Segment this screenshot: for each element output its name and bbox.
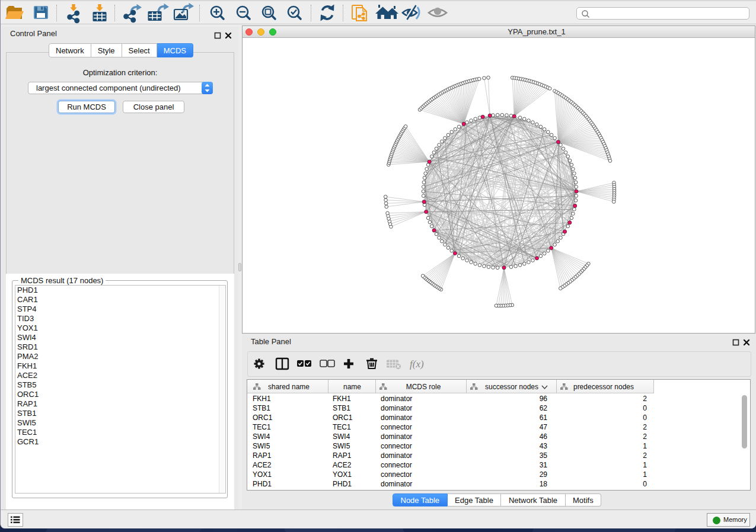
svg-text:f(x): f(x) xyxy=(410,358,424,370)
svg-text:predecessor nodes: predecessor nodes xyxy=(573,383,634,391)
svg-text:successor nodes: successor nodes xyxy=(485,383,538,391)
svg-text:MCDS role: MCDS role xyxy=(406,383,441,391)
svg-text:name: name xyxy=(343,383,361,391)
svg-text:shared name: shared name xyxy=(268,383,310,391)
